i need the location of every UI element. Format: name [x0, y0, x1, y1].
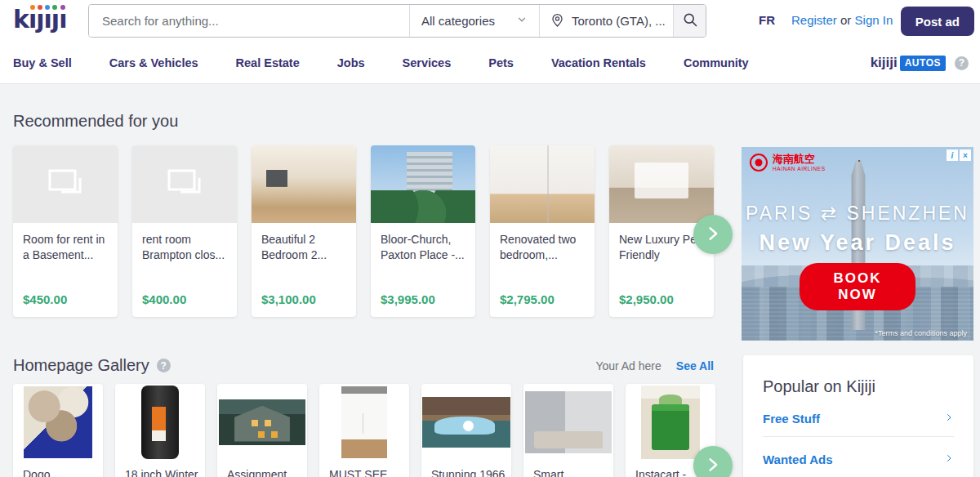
listing-price: $2,795.00 [500, 292, 585, 306]
popular-link-wanted-ads[interactable]: Wanted Ads [763, 437, 954, 477]
language-toggle[interactable]: FR [759, 13, 775, 27]
autos-brand-text: kijiji [871, 55, 898, 71]
photo-placeholder-icon [47, 167, 84, 202]
popular-link-label: Wanted Ads [763, 452, 833, 466]
ad-terms-text: *Terms and conditions apply [875, 329, 967, 337]
kijiji-logo[interactable]: kıȷıȷı [13, 5, 66, 33]
gallery-item-title: Stunning 1966 [421, 459, 511, 477]
popular-on-kijiji-panel: Popular on Kijiji Free StuffWanted Ads [743, 355, 973, 477]
listing-card[interactable]: Renovated two bedroom,...$2,795.00 [490, 145, 595, 317]
listing-image [13, 145, 118, 223]
listing-price: $450.00 [23, 292, 108, 306]
gallery-meta: Your Ad here See All [572, 359, 714, 372]
listing-card-body: Beautiful 2 Bedroom 2...$3,100.00 [252, 223, 356, 317]
gallery-card[interactable]: Smart [523, 384, 613, 477]
search-bar: All categories Toronto (GTA), ... [88, 4, 706, 38]
sign-in-link[interactable]: Sign In [855, 13, 893, 27]
swap-arrows-icon: ⇄ [821, 203, 839, 224]
gallery-item-title: Dogo [13, 459, 103, 477]
listing-card-body: Renovated two bedroom,...$2,795.00 [490, 223, 595, 317]
listing-card[interactable]: Beautiful 2 Bedroom 2...$3,100.00 [252, 145, 356, 317]
listing-card[interactable]: rent room Brampton clos...$400.00 [132, 145, 237, 317]
popular-links: Free StuffWanted Ads [763, 396, 954, 477]
listing-image [490, 145, 595, 223]
location-pin-icon [550, 12, 565, 30]
gallery-image-wrap [421, 384, 511, 459]
listing-title: Room for rent in a Basement... [23, 232, 108, 263]
logo-dot [60, 5, 65, 10]
gallery-image-wrap [319, 384, 409, 459]
gallery-help-icon[interactable]: ? [157, 359, 171, 372]
nav-item-cars-vehicles[interactable]: Cars & Vehicles [109, 56, 198, 69]
logo-letter: k [13, 5, 29, 33]
listing-title: rent room Brampton clos... [142, 232, 227, 263]
gallery-image-wrap [13, 384, 103, 459]
advertiser-name-chinese: 海南航空 [773, 154, 826, 164]
listing-price: $3,995.00 [381, 292, 466, 306]
register-link[interactable]: Register [791, 13, 837, 27]
gallery-card[interactable]: Stunning 1966 [421, 384, 511, 477]
nav-item-services[interactable]: Services [403, 56, 452, 69]
location-value: Toronto (GTA), ... [572, 14, 666, 28]
listing-price: $2,950.00 [619, 292, 704, 306]
location-selector[interactable]: Toronto (GTA), ... [540, 5, 673, 37]
gallery-card[interactable]: 18 inch Winter [115, 384, 205, 477]
kijiji-autos-link[interactable]: kijiji AUTOS [871, 55, 946, 71]
category-dropdown[interactable]: All categories [410, 5, 539, 37]
post-ad-button[interactable]: Post ad [901, 7, 974, 36]
chevron-right-icon [944, 411, 954, 426]
gallery-card[interactable]: Assignment [217, 384, 307, 477]
gallery-next-button[interactable] [693, 446, 733, 477]
logo-letter: ȷ [36, 5, 43, 33]
advertiser-name-english: HAINAN AIRLINES [773, 166, 826, 172]
listing-title: New Luxury Pet Friendly Rental... [619, 232, 704, 263]
category-nav: Buy & SellCars & VehiclesReal EstateJobs… [0, 42, 980, 84]
gallery-card[interactable]: MUST SEE [319, 384, 409, 477]
gallery-card[interactable]: Dogo [13, 384, 103, 477]
see-all-link[interactable]: See All [676, 359, 714, 372]
recommended-next-button[interactable] [693, 215, 733, 254]
help-icon[interactable]: ? [955, 56, 969, 70]
listing-price: $400.00 [142, 292, 227, 306]
ad-close-icon[interactable]: × [960, 149, 971, 161]
gallery-image [341, 386, 387, 458]
listing-card[interactable]: Bloor-Church, Paxton Place -...$3,995.00 [371, 145, 475, 317]
nav-item-community[interactable]: Community [684, 56, 749, 69]
search-button[interactable] [673, 5, 706, 37]
autos-badge: AUTOS [900, 56, 946, 71]
nav-item-pets[interactable]: Pets [488, 56, 514, 69]
listing-image [609, 145, 714, 223]
hainan-airlines-ad-banner[interactable]: 海南航空 HAINAN AIRLINES i × PARIS ⇄ SHENZHE… [742, 147, 973, 341]
listing-title: Beautiful 2 Bedroom 2... [261, 232, 346, 263]
gallery-image-wrap [523, 384, 613, 459]
hainan-airlines-emblem-icon [750, 154, 768, 172]
logo-letter: ı [29, 5, 36, 33]
gallery-image [219, 399, 305, 445]
gallery-item-title: 18 inch Winter [115, 459, 205, 477]
logo-dot [52, 5, 57, 10]
listing-card-body: rent room Brampton clos...$400.00 [132, 223, 237, 317]
chevron-right-icon [705, 225, 721, 244]
listing-title: Bloor-Church, Paxton Place -... [381, 232, 466, 263]
adchoices-info-icon[interactable]: i [947, 149, 958, 161]
search-icon [682, 11, 698, 30]
gallery-section-title: Homepage Gallery [13, 356, 149, 375]
listing-price: $3,100.00 [261, 292, 346, 306]
nav-item-jobs[interactable]: Jobs [337, 56, 365, 69]
listing-card[interactable]: Room for rent in a Basement...$450.00 [13, 145, 118, 317]
nav-item-buy-sell[interactable]: Buy & Sell [13, 56, 72, 69]
nav-item-real-estate[interactable]: Real Estate [236, 56, 300, 69]
logo-dot [38, 5, 42, 10]
gallery-image-wrap [626, 384, 715, 459]
hainan-airlines-logo: 海南航空 HAINAN AIRLINES [750, 154, 826, 172]
your-ad-here-link[interactable]: Your Ad here [595, 359, 661, 372]
nav-item-vacation-rentals[interactable]: Vacation Rentals [551, 56, 646, 69]
gallery-item-title: Assignment [217, 459, 307, 477]
logo-dot [30, 5, 35, 10]
gallery-image [422, 397, 510, 448]
ad-route-text: PARIS ⇄ SHENZHEN [742, 203, 973, 225]
popular-link-free-stuff[interactable]: Free Stuff [763, 396, 954, 437]
book-now-button[interactable]: BOOK NOW [800, 263, 915, 310]
search-input[interactable] [89, 5, 409, 37]
logo-letter: ȷ [51, 5, 59, 33]
